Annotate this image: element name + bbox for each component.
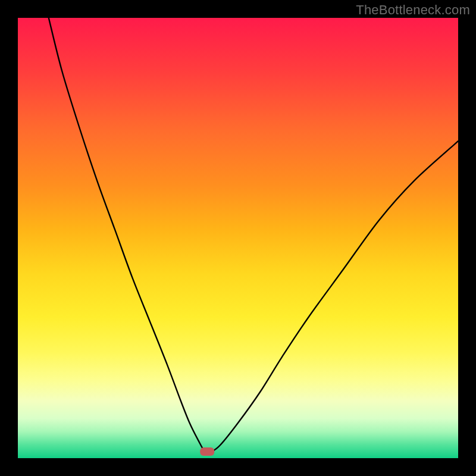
bottleneck-curve: [18, 18, 458, 458]
plot-area: [18, 18, 458, 458]
minimum-marker: [200, 447, 214, 456]
chart-frame: TheBottleneck.com: [0, 0, 476, 476]
watermark-text: TheBottleneck.com: [356, 2, 470, 18]
